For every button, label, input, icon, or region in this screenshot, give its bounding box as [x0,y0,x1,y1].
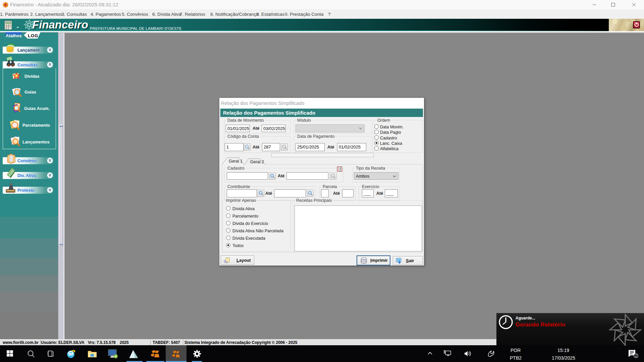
svg-text:1: 1 [635,354,637,358]
